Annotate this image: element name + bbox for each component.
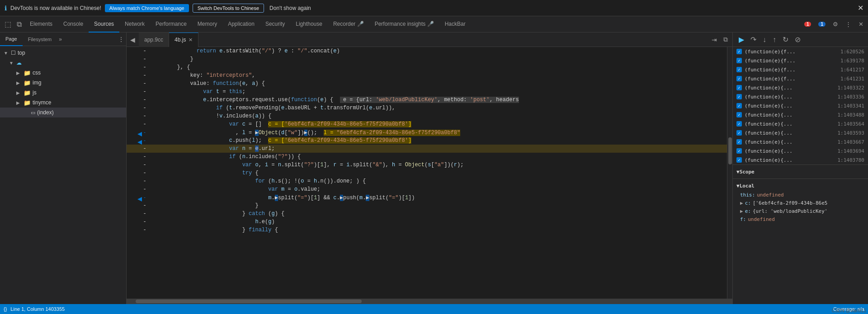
resume-button[interactable]: ▶ xyxy=(736,34,746,45)
chevron-right-icon: ▶ xyxy=(16,80,22,85)
switch-to-chinese-button[interactable]: Switch DevTools to Chinese xyxy=(193,4,264,13)
callstack-item[interactable]: (function(e){... 1:1403336 xyxy=(733,92,868,101)
horizontal-scrollbar[interactable] xyxy=(127,299,732,304)
step-over-button[interactable]: ↷ xyxy=(748,34,759,45)
callstack-item[interactable]: (function(e){f... 1:641217 xyxy=(733,65,868,74)
line-gutter: - xyxy=(140,195,149,200)
dont-show-button[interactable]: Don't show again xyxy=(269,5,311,11)
code-line: - return e.startsWith("/") ? e : "/".con… xyxy=(127,47,727,55)
callstack-checkbox[interactable] xyxy=(736,157,742,163)
tree-item-js[interactable]: ▶ 📁 js xyxy=(0,88,126,98)
line-content: } xyxy=(149,202,727,209)
tab-memory[interactable]: Memory xyxy=(192,16,222,33)
editor-tab-app9cc[interactable]: app.9cc xyxy=(139,33,169,47)
step-into-button[interactable]: ↓ xyxy=(760,34,769,45)
callstack-item[interactable]: (function(e){... 1:1403694 xyxy=(733,146,868,155)
hscroll-thumb[interactable] xyxy=(136,300,362,303)
step-out-button[interactable]: ↑ xyxy=(770,34,778,45)
scroll-into-view-button[interactable]: ⇥ xyxy=(709,35,720,44)
callstack-item[interactable]: (function(e){... 1:1403667 xyxy=(733,137,868,146)
editor-tab-4b[interactable]: 4b.js ✕ xyxy=(169,33,198,47)
tree-label-js: js xyxy=(33,89,37,96)
back-button[interactable]: ◀ xyxy=(127,33,139,47)
tab-sources[interactable]: Sources xyxy=(89,16,119,33)
braces-label[interactable]: {} xyxy=(4,306,7,312)
scope-item-c[interactable]: ▶ c: ['6ebf4cfa-2f09-434b-86e5 xyxy=(733,199,868,207)
line-gutter: - xyxy=(140,89,149,95)
tab-performance[interactable]: Performance xyxy=(150,16,192,33)
tab-lighthouse[interactable]: Lighthouse xyxy=(290,16,328,33)
tab-recorder[interactable]: Recorder 🎤 xyxy=(328,16,369,33)
tree-item-cloud[interactable]: ▼ ☁ xyxy=(0,58,126,68)
callstack-item[interactable]: (function(e){... 1:1403341 xyxy=(733,101,868,110)
callstack-item[interactable]: (function(e){... 1:1403322 xyxy=(733,83,868,92)
callstack-checkbox[interactable] xyxy=(736,130,742,136)
settings-button[interactable]: ⚙ xyxy=(830,19,841,29)
callstack-checkbox[interactable] xyxy=(736,112,742,117)
tab-elements[interactable]: Elements xyxy=(24,16,58,33)
tree-item-index[interactable]: ▶ ▭ (index) xyxy=(0,108,126,117)
callstack-checkbox[interactable] xyxy=(736,148,742,154)
tree-item-css[interactable]: ▶ 📁 css xyxy=(0,68,126,78)
callstack-checkbox[interactable] xyxy=(736,121,742,127)
callstack-checkbox[interactable] xyxy=(736,85,742,90)
callstack-checkbox[interactable] xyxy=(736,103,742,108)
callstack-item[interactable]: (function(e){f... 1:620526 xyxy=(733,47,868,56)
tab-network[interactable]: Network xyxy=(119,16,150,33)
match-language-button[interactable]: Always match Chrome's language xyxy=(105,4,189,12)
device-toggle-button[interactable]: ⧉ xyxy=(14,19,24,30)
expand-icon[interactable]: ▶ xyxy=(740,208,743,214)
vscroll-thumb[interactable] xyxy=(728,137,732,164)
callstack-checkbox[interactable] xyxy=(736,58,742,63)
tab-security[interactable]: Security xyxy=(260,16,290,33)
callstack-loc: 1:639178 xyxy=(840,58,864,64)
callstack-checkbox[interactable] xyxy=(736,49,742,54)
inspect-button[interactable]: ⬚ xyxy=(2,18,14,30)
sidebar-tab-filesystem[interactable]: Filesystem xyxy=(23,33,57,46)
sidebar-tab-page[interactable]: Page xyxy=(0,33,23,46)
callstack-item[interactable]: (function(e){... 1:1403488 xyxy=(733,110,868,119)
callstack-item[interactable]: (function(e){... 1:1403780 xyxy=(733,155,868,164)
callstack-item[interactable]: (function(e){f... 1:639178 xyxy=(733,56,868,65)
error-badge: 1 xyxy=(804,22,811,27)
tab-application[interactable]: Application xyxy=(222,16,260,33)
callstack-item[interactable]: (function(e){f... 1:641231 xyxy=(733,74,868,83)
tab-perf-insights[interactable]: Performance insights 🎤 xyxy=(369,16,439,33)
scope-item-e[interactable]: ▶ e: {url: 'web/loadPublicKey' xyxy=(733,207,868,215)
close-devtools-button[interactable]: ✕ xyxy=(856,19,866,29)
tab-close-icon[interactable]: ✕ xyxy=(189,37,193,43)
editor-tabs-bar: ◀ app.9cc 4b.js ✕ ⇥ ⧉ xyxy=(127,33,732,47)
callstack-checkbox[interactable] xyxy=(736,76,742,81)
callstack-checkbox[interactable] xyxy=(736,139,742,145)
deactivate-button[interactable]: ⊘ xyxy=(793,34,803,45)
vertical-scrollbar[interactable] xyxy=(727,47,732,299)
scope-header[interactable]: ▼ Scope xyxy=(733,167,868,177)
line-gutter: - xyxy=(140,219,149,225)
tree-item-top[interactable]: ▼ ☐ top xyxy=(0,48,126,58)
tab-hackbar[interactable]: HackBar xyxy=(439,16,471,33)
step-button[interactable]: ↻ xyxy=(780,34,791,45)
expand-icon[interactable]: ▶ xyxy=(740,200,743,206)
line-gutter: - xyxy=(140,113,149,119)
callstack-item[interactable]: (function(e){... 1:1403593 xyxy=(733,128,868,137)
line-gutter: - xyxy=(140,80,149,87)
tree-item-img[interactable]: ▶ 📁 img xyxy=(0,78,126,88)
more-options-button[interactable]: ⋮ xyxy=(843,19,854,29)
warn-count-button[interactable]: 1 xyxy=(816,20,828,28)
sidebar-more-button[interactable]: ⋮ xyxy=(118,36,124,43)
code-scroll[interactable]: - return e.startsWith("/") ? e : "/".con… xyxy=(127,47,727,299)
callstack-checkbox[interactable] xyxy=(736,94,742,99)
split-editor-button[interactable]: ⧉ xyxy=(721,35,731,44)
sidebar-tab-more[interactable]: » xyxy=(57,36,64,42)
line-gutter: - xyxy=(140,227,149,233)
line-content: var c = [] c = ['6ebf4cfa-2f09-434b-86e5… xyxy=(149,121,727,127)
callstack-loc: 1:641231 xyxy=(840,76,864,82)
error-count-button[interactable]: 1 xyxy=(802,20,814,28)
callstack-item[interactable]: (function(e){... 1:1403564 xyxy=(733,119,868,128)
tab-console[interactable]: Console xyxy=(58,16,89,33)
page-icon: ☐ xyxy=(11,50,16,56)
callstack-checkbox[interactable] xyxy=(736,67,742,72)
notification-close-button[interactable]: ✕ xyxy=(858,5,863,12)
local-scope-header[interactable]: ▼ Local xyxy=(733,181,868,191)
tree-item-tinymce[interactable]: ▶ 📁 tinymce xyxy=(0,98,126,108)
